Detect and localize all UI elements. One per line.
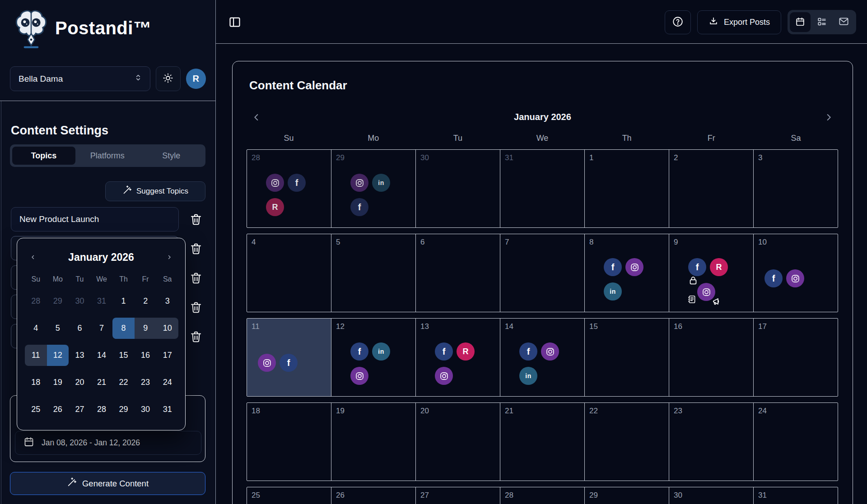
date-range-field[interactable]: Jan 08, 2026 - Jan 12, 2026 bbox=[15, 431, 201, 455]
next-month-button[interactable] bbox=[821, 110, 836, 125]
calendar-day-cell[interactable]: 19 bbox=[331, 403, 416, 481]
facebook-icon[interactable]: f bbox=[435, 342, 453, 361]
picker-date-cell[interactable]: 12 bbox=[47, 345, 69, 366]
calendar-day-cell[interactable]: 17 bbox=[754, 319, 838, 396]
calendar-day-cell[interactable]: 2 bbox=[669, 150, 754, 227]
linkedin-icon[interactable]: in bbox=[519, 367, 537, 385]
facebook-icon[interactable]: f bbox=[280, 354, 298, 372]
topic-input[interactable]: New Product Launch bbox=[11, 207, 179, 231]
facebook-icon[interactable]: f bbox=[519, 342, 537, 361]
calendar-day-cell[interactable]: 18 bbox=[247, 403, 331, 481]
theme-toggle-button[interactable] bbox=[156, 66, 181, 91]
r-brand-icon[interactable]: R bbox=[710, 258, 728, 276]
calendar-day-cell[interactable]: 28fR bbox=[247, 150, 331, 227]
picker-date-cell[interactable]: 3 bbox=[156, 291, 178, 312]
calendar-day-cell[interactable]: 30 bbox=[416, 150, 500, 227]
instagram-icon[interactable] bbox=[350, 367, 368, 385]
picker-date-cell[interactable]: 15 bbox=[112, 345, 135, 366]
calendar-day-cell[interactable]: 29inf bbox=[331, 150, 416, 227]
instagram-icon[interactable] bbox=[786, 269, 804, 287]
calendar-day-cell[interactable]: 13fR bbox=[416, 319, 500, 396]
picker-date-cell[interactable]: 31 bbox=[91, 291, 113, 312]
calendar-day-cell[interactable]: 14fin bbox=[500, 319, 585, 396]
picker-date-cell[interactable]: 27 bbox=[69, 399, 91, 420]
delete-topic-button[interactable] bbox=[189, 271, 203, 285]
calendar-day-cell[interactable]: 29 bbox=[585, 487, 669, 504]
picker-date-cell[interactable]: 23 bbox=[135, 372, 157, 393]
picker-date-cell[interactable]: 11 bbox=[25, 345, 47, 366]
picker-date-cell[interactable]: 7 bbox=[91, 318, 113, 339]
calendar-day-cell[interactable]: 25 bbox=[247, 487, 331, 504]
calendar-day-cell[interactable]: 15 bbox=[585, 319, 669, 396]
instagram-icon[interactable] bbox=[625, 258, 643, 276]
picker-date-cell[interactable]: 5 bbox=[47, 318, 69, 339]
calendar-day-cell[interactable]: 24 bbox=[754, 403, 838, 481]
picker-date-cell[interactable]: 22 bbox=[112, 372, 135, 393]
calendar-day-cell[interactable]: 23 bbox=[669, 403, 754, 481]
dragged-post-cluster[interactable] bbox=[688, 277, 733, 312]
calendar-day-cell[interactable]: 26 bbox=[331, 487, 416, 504]
calendar-day-cell[interactable]: 31 bbox=[500, 150, 585, 227]
picker-date-cell[interactable]: 21 bbox=[91, 372, 113, 393]
picker-date-cell[interactable]: 4 bbox=[25, 318, 47, 339]
facebook-icon[interactable]: f bbox=[288, 174, 306, 192]
r-brand-icon[interactable]: R bbox=[266, 198, 284, 216]
picker-date-cell[interactable]: 29 bbox=[112, 399, 135, 420]
picker-date-cell[interactable]: 1 bbox=[112, 291, 135, 312]
delete-topic-button[interactable] bbox=[189, 242, 203, 255]
facebook-icon[interactable]: f bbox=[688, 258, 706, 276]
calendar-day-cell[interactable]: 7 bbox=[500, 234, 585, 312]
calendar-day-cell[interactable]: 1 bbox=[585, 150, 669, 227]
picker-date-cell[interactable]: 18 bbox=[25, 372, 47, 393]
linkedin-icon[interactable]: in bbox=[372, 174, 390, 192]
avatar[interactable]: R bbox=[186, 69, 206, 89]
picker-date-cell[interactable]: 25 bbox=[25, 399, 47, 420]
calendar-day-cell[interactable]: 10f bbox=[754, 234, 838, 312]
calendar-day-cell[interactable]: 3 bbox=[754, 150, 838, 227]
picker-date-cell[interactable]: 20 bbox=[69, 372, 91, 393]
calendar-day-cell[interactable]: 22 bbox=[585, 403, 669, 481]
picker-date-cell[interactable]: 17 bbox=[156, 345, 178, 366]
picker-date-cell[interactable]: 13 bbox=[69, 345, 91, 366]
facebook-icon[interactable]: f bbox=[764, 269, 783, 287]
facebook-icon[interactable]: f bbox=[350, 342, 368, 361]
picker-date-cell[interactable]: 19 bbox=[47, 372, 69, 393]
picker-date-cell[interactable]: 2 bbox=[135, 291, 157, 312]
tab-style[interactable]: Style bbox=[140, 147, 204, 165]
previous-month-button[interactable] bbox=[27, 251, 39, 263]
picker-date-cell[interactable]: 28 bbox=[91, 399, 113, 420]
picker-date-cell[interactable]: 26 bbox=[47, 399, 69, 420]
delete-topic-button[interactable] bbox=[189, 213, 203, 226]
calendar-day-cell[interactable]: 5 bbox=[331, 234, 416, 312]
calendar-day-cell[interactable]: 4 bbox=[247, 234, 331, 312]
picker-date-cell[interactable]: 8 bbox=[112, 318, 135, 339]
instagram-icon[interactable] bbox=[541, 342, 559, 361]
calendar-day-cell[interactable]: 9fR bbox=[669, 234, 754, 312]
linkedin-icon[interactable]: in bbox=[604, 282, 622, 301]
export-posts-button[interactable]: Export Posts bbox=[697, 10, 781, 34]
calendar-day-cell[interactable]: 8fin bbox=[585, 234, 669, 312]
sidebar-toggle-button[interactable] bbox=[228, 16, 241, 28]
calendar-day-cell[interactable]: 6 bbox=[416, 234, 500, 312]
workspace-select[interactable]: Bella Dama bbox=[10, 66, 150, 91]
calendar-day-cell[interactable]: 31 bbox=[754, 487, 838, 504]
picker-date-cell[interactable]: 14 bbox=[91, 345, 113, 366]
calendar-day-cell[interactable]: 30 bbox=[669, 487, 754, 504]
suggest-topics-button[interactable]: Suggest Topics bbox=[105, 181, 205, 201]
picker-date-cell[interactable]: 29 bbox=[47, 291, 69, 312]
picker-date-cell[interactable]: 31 bbox=[156, 399, 178, 420]
next-month-button[interactable] bbox=[163, 251, 175, 263]
facebook-icon[interactable]: f bbox=[604, 258, 622, 276]
calendar-day-cell[interactable]: 21 bbox=[500, 403, 585, 481]
tab-platforms[interactable]: Platforms bbox=[75, 147, 140, 165]
calendar-day-cell[interactable]: 20 bbox=[416, 403, 500, 481]
r-brand-icon[interactable]: R bbox=[457, 342, 475, 361]
picker-date-cell[interactable]: 28 bbox=[25, 291, 47, 312]
instagram-icon[interactable] bbox=[258, 354, 276, 372]
tab-topics[interactable]: Topics bbox=[12, 147, 75, 165]
generate-content-button[interactable]: Generate Content bbox=[10, 472, 205, 495]
previous-month-button[interactable] bbox=[249, 110, 264, 125]
list-view-button[interactable] bbox=[811, 12, 832, 32]
picker-date-cell[interactable]: 10 bbox=[156, 318, 178, 339]
calendar-day-cell[interactable]: 11f bbox=[247, 319, 331, 396]
